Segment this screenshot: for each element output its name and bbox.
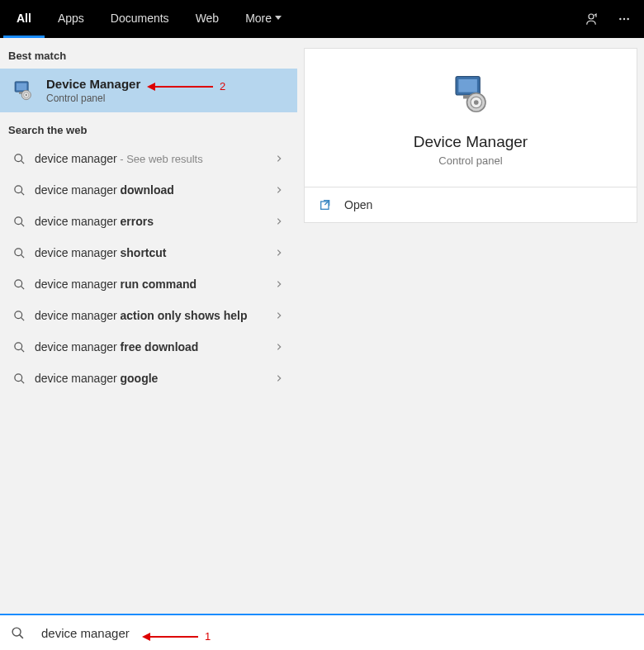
tab-apps[interactable]: Apps <box>45 0 97 38</box>
svg-point-9 <box>26 93 28 96</box>
tab-more[interactable]: More <box>232 0 295 38</box>
search-input[interactable] <box>41 626 634 640</box>
device-manager-large-icon <box>447 72 494 118</box>
svg-rect-5 <box>17 83 27 90</box>
web-result-text: device manager action only shows help <box>35 308 272 323</box>
main-content: Best match Device Manager Control panel <box>0 38 644 614</box>
search-icon <box>12 339 26 354</box>
web-result-text: device manager - See web results <box>35 151 272 167</box>
tab-documents[interactable]: Documents <box>97 0 182 38</box>
open-label: Open <box>344 198 372 211</box>
search-icon <box>12 151 26 166</box>
svg-point-12 <box>14 185 21 192</box>
chevron-right-icon <box>272 246 286 259</box>
svg-point-14 <box>14 216 21 224</box>
best-match-result[interactable]: Device Manager Control panel 2 <box>0 69 297 112</box>
tab-all[interactable]: All <box>3 0 45 38</box>
search-icon <box>12 183 26 197</box>
search-icon <box>12 277 26 292</box>
chevron-right-icon <box>272 215 286 228</box>
chevron-right-icon <box>272 309 286 322</box>
web-result-text: device manager run command <box>35 277 272 292</box>
svg-line-21 <box>21 317 24 320</box>
svg-point-22 <box>14 342 21 349</box>
search-icon <box>12 245 26 260</box>
detail-card: Device Manager Control panel <box>304 48 637 187</box>
web-result[interactable]: device manager shortcut <box>0 237 297 268</box>
chevron-right-icon <box>272 152 286 165</box>
best-match-title: Device Manager <box>46 77 140 91</box>
svg-point-33 <box>12 628 21 636</box>
tab-web[interactable]: Web <box>182 0 233 38</box>
web-result-text: device manager shortcut <box>35 245 272 260</box>
web-result-text: device manager download <box>35 183 272 197</box>
web-result-text: device manager free download <box>35 339 272 354</box>
web-result-text: device manager google <box>35 371 272 386</box>
svg-point-20 <box>14 311 21 318</box>
more-options-icon[interactable] <box>608 0 641 38</box>
search-icon <box>12 214 26 229</box>
section-search-web: Search the web <box>0 112 297 143</box>
svg-point-24 <box>14 373 21 381</box>
web-result[interactable]: device manager run command <box>0 268 297 300</box>
open-icon <box>318 197 333 212</box>
chevron-right-icon <box>272 372 286 385</box>
detail-panel: Device Manager Control panel Open <box>297 38 644 614</box>
svg-line-13 <box>21 192 24 195</box>
section-best-match: Best match <box>0 38 297 69</box>
top-tabs-bar: All Apps Documents Web More <box>0 0 644 38</box>
svg-line-25 <box>21 380 24 383</box>
svg-point-1 <box>619 18 621 20</box>
chevron-right-icon <box>272 340 286 353</box>
search-icon <box>12 308 26 323</box>
search-icon <box>12 371 26 386</box>
web-result-text: device manager errors <box>35 214 272 229</box>
chevron-right-icon <box>272 183 286 197</box>
svg-point-2 <box>623 18 625 20</box>
open-action[interactable]: Open <box>305 187 637 222</box>
device-manager-icon <box>10 78 36 104</box>
tab-more-label: More <box>245 12 272 25</box>
svg-line-11 <box>21 160 24 164</box>
web-result[interactable]: device manager free download <box>0 331 297 363</box>
svg-point-0 <box>589 14 594 19</box>
chevron-down-icon <box>275 16 282 20</box>
search-bar: 1 <box>0 614 644 650</box>
web-result[interactable]: device manager google <box>0 363 297 394</box>
results-panel: Best match Device Manager Control panel <box>0 38 297 614</box>
svg-point-18 <box>14 279 21 287</box>
annotation-label-2: 2 <box>220 80 225 93</box>
detail-title: Device Manager <box>414 133 528 151</box>
svg-line-23 <box>21 349 24 352</box>
detail-subtitle: Control panel <box>438 154 502 167</box>
feedback-icon[interactable] <box>575 0 608 38</box>
chevron-right-icon <box>272 278 286 291</box>
svg-point-10 <box>14 154 21 161</box>
svg-point-16 <box>14 248 21 255</box>
svg-point-31 <box>474 100 479 105</box>
svg-point-3 <box>627 18 628 20</box>
svg-line-17 <box>21 254 24 258</box>
web-result[interactable]: device manager download <box>0 174 297 206</box>
web-result[interactable]: device manager - See web results <box>0 143 297 174</box>
svg-line-15 <box>21 223 24 226</box>
web-result[interactable]: device manager action only shows help <box>0 300 297 331</box>
search-icon <box>10 625 25 640</box>
svg-line-19 <box>21 286 24 289</box>
svg-rect-27 <box>458 79 477 93</box>
web-result[interactable]: device manager errors <box>0 206 297 237</box>
best-match-subtitle: Control panel <box>46 93 140 104</box>
svg-line-34 <box>19 634 22 638</box>
